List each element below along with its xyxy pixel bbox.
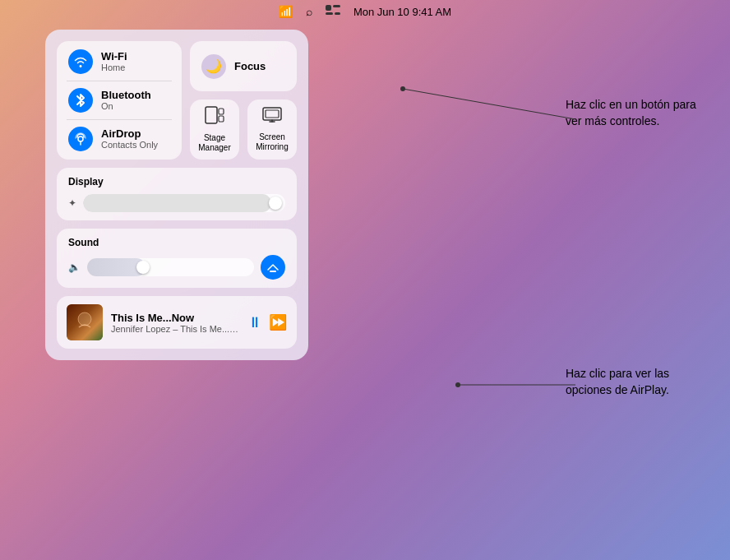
svg-rect-0 bbox=[326, 5, 331, 11]
svg-point-4 bbox=[78, 137, 83, 141]
screen-mirroring-card[interactable]: ScreenMirroring bbox=[247, 100, 297, 160]
wifi-label: Wi-Fi bbox=[101, 50, 127, 63]
svg-rect-10 bbox=[270, 271, 276, 272]
svg-rect-3 bbox=[335, 12, 340, 15]
bluetooth-sublabel: On bbox=[101, 101, 151, 112]
svg-line-13 bbox=[403, 89, 575, 119]
display-section: Display ✦ bbox=[57, 168, 297, 220]
forward-button[interactable]: ⏩ bbox=[269, 313, 287, 331]
airdrop-sublabel: Contacts Only bbox=[101, 140, 158, 150]
brightness-icon: ✦ bbox=[68, 197, 76, 209]
track-info: This Is Me...Now Jennifer Lopez – This I… bbox=[111, 312, 239, 334]
control-center-menubar-icon[interactable] bbox=[326, 5, 340, 19]
airdrop-icon bbox=[68, 127, 93, 151]
stage-manager-label: StageManager bbox=[198, 133, 230, 153]
svg-point-12 bbox=[78, 312, 91, 326]
top-row: Wi-Fi Home Bluetooth On bbox=[57, 41, 297, 160]
display-slider-row: ✦ bbox=[68, 194, 285, 212]
focus-moon-icon: 🌙 bbox=[201, 54, 226, 79]
right-col: 🌙 Focus StageManager bbox=[190, 41, 297, 160]
annotation-airplay: Haz clic para ver las opciones de AirPla… bbox=[566, 366, 697, 398]
display-title: Display bbox=[68, 176, 285, 187]
track-subtitle: Jennifer Lopez – This Is Me...Now bbox=[111, 324, 239, 334]
sound-slider-row: 🔈 bbox=[68, 255, 285, 280]
menubar-datetime: Mon Jun 10 9:41 AM bbox=[353, 6, 451, 18]
wifi-icon bbox=[68, 49, 93, 74]
screen-mirroring-icon bbox=[262, 107, 282, 128]
pause-button[interactable]: ⏸ bbox=[247, 314, 262, 331]
wifi-item[interactable]: Wi-Fi Home bbox=[68, 49, 170, 74]
connectivity-card: Wi-Fi Home Bluetooth On bbox=[57, 41, 182, 160]
svg-point-16 bbox=[455, 382, 460, 387]
bluetooth-item[interactable]: Bluetooth On bbox=[68, 88, 170, 113]
sound-title: Sound bbox=[68, 237, 285, 248]
svg-rect-7 bbox=[219, 116, 224, 122]
volume-icon: 🔈 bbox=[68, 261, 81, 273]
album-art bbox=[67, 304, 103, 340]
svg-point-14 bbox=[400, 86, 405, 91]
sound-section: Sound 🔈 bbox=[57, 229, 297, 288]
svg-rect-6 bbox=[219, 109, 224, 114]
volume-slider[interactable] bbox=[87, 258, 254, 276]
stage-manager-card[interactable]: StageManager bbox=[190, 100, 239, 160]
now-playing-section: This Is Me...Now Jennifer Lopez – This I… bbox=[57, 296, 297, 349]
svg-rect-1 bbox=[333, 5, 340, 7]
search-menubar-icon[interactable]: ⌕ bbox=[306, 5, 312, 18]
focus-card[interactable]: 🌙 Focus bbox=[190, 41, 297, 91]
control-center-panel: Wi-Fi Home Bluetooth On bbox=[45, 30, 308, 360]
brightness-slider[interactable] bbox=[83, 194, 285, 212]
airdrop-item[interactable]: AirDrop Contacts Only bbox=[68, 127, 170, 151]
bluetooth-icon bbox=[68, 88, 93, 113]
svg-rect-2 bbox=[326, 12, 333, 15]
focus-label: Focus bbox=[234, 60, 266, 72]
svg-rect-5 bbox=[206, 107, 217, 123]
wifi-text: Wi-Fi Home bbox=[101, 50, 127, 74]
airdrop-label: AirDrop bbox=[101, 127, 158, 141]
airdrop-text: AirDrop Contacts Only bbox=[101, 127, 158, 151]
bluetooth-label: Bluetooth bbox=[101, 89, 151, 102]
airplay-button[interactable] bbox=[261, 255, 285, 280]
track-title: This Is Me...Now bbox=[111, 312, 239, 324]
playback-controls: ⏸ ⏩ bbox=[247, 313, 287, 331]
stage-manager-icon bbox=[205, 106, 224, 129]
svg-rect-9 bbox=[266, 110, 279, 118]
menubar: 📶 ⌕ Mon Jun 10 9:41 AM bbox=[0, 0, 730, 23]
divider-1 bbox=[67, 81, 172, 81]
wifi-sublabel: Home bbox=[101, 62, 127, 73]
wifi-menubar-icon[interactable]: 📶 bbox=[279, 5, 293, 18]
bluetooth-text: Bluetooth On bbox=[101, 89, 151, 113]
annotation-click-button: Haz clic en un botón para ver más contro… bbox=[566, 97, 697, 129]
screen-mirroring-label: ScreenMirroring bbox=[256, 132, 288, 152]
stage-screen-row: StageManager ScreenMirroring bbox=[190, 100, 297, 160]
divider-2 bbox=[67, 119, 172, 120]
